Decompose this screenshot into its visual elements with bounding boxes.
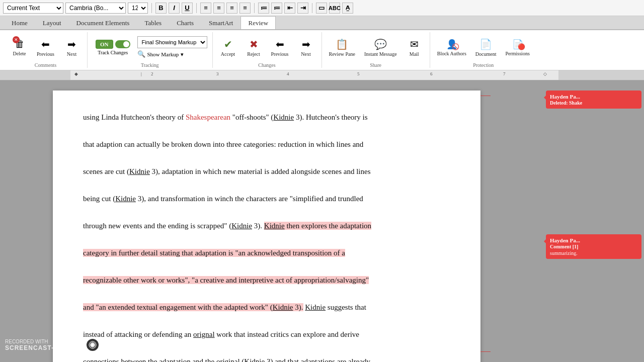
- indent-more-button[interactable]: ⇥: [297, 3, 308, 14]
- accept-button[interactable]: ✔ Accept: [217, 36, 239, 59]
- ruler-marker-1: ◆: [74, 71, 78, 76]
- inserted-text-4: and "an extended textual engagement with…: [83, 303, 303, 311]
- block-authors-icon: 👤 🚫: [446, 38, 457, 50]
- track-changes-badge: ON: [96, 40, 113, 49]
- changes-group-label: Changes: [217, 60, 317, 68]
- previous-comment-button[interactable]: ⬅ Previous: [34, 36, 57, 59]
- next-change-icon: ➡: [302, 38, 310, 50]
- previous-change-icon: ⬅: [276, 38, 284, 50]
- delete-button[interactable]: 🗑 ✕ Delete: [8, 36, 31, 58]
- tab-review[interactable]: Review: [240, 16, 276, 29]
- document-icon: 📄: [479, 38, 492, 50]
- comment-1: Hayden Pa... Deleted: Shake: [546, 90, 641, 109]
- tab-document-elements[interactable]: Document Elements: [69, 16, 137, 29]
- mail-button[interactable]: ✉ Mail: [403, 36, 426, 59]
- comment-2-type: Comment [1]: [550, 244, 637, 249]
- reject-label: Reject: [247, 51, 260, 57]
- ruler: ◆ | 2 3 4 5 6 7 ◇: [0, 70, 644, 80]
- justify-button[interactable]: ≡: [239, 3, 251, 14]
- next-change-button[interactable]: ➡ Next: [295, 36, 317, 59]
- screencast-logo: [86, 338, 100, 352]
- tab-smartart[interactable]: SmartArt: [201, 16, 240, 29]
- ruler-active-area: [70, 70, 558, 80]
- bold-button[interactable]: B: [155, 3, 167, 14]
- divider: [254, 3, 255, 13]
- inserted-text-1: Kidnie then explores the adaptation: [264, 222, 371, 230]
- watermark-label2: SCREENCAST-O-MATIC: [5, 344, 83, 351]
- comment-bubble-2[interactable]: Hayden Pa... Comment [1] summarizing.: [546, 234, 641, 259]
- inserted-text-2: category in further detail stating that …: [83, 249, 345, 257]
- underline-button[interactable]: U: [182, 3, 193, 14]
- tab-home[interactable]: Home: [4, 16, 35, 29]
- list-ordered-button[interactable]: ≔: [258, 3, 269, 14]
- ruler-marker-2: |: [141, 71, 142, 76]
- comment-bubble-1[interactable]: Hayden Pa... Deleted: Shake: [546, 90, 641, 109]
- show-markup-button[interactable]: Show Markup: [147, 51, 179, 57]
- divider: [196, 3, 197, 13]
- indent-less-button[interactable]: ⇤: [284, 3, 295, 14]
- tab-layout[interactable]: Layout: [35, 16, 69, 29]
- font-size-select[interactable]: 12: [128, 3, 148, 14]
- italic-button[interactable]: I: [169, 3, 180, 14]
- permissions-button[interactable]: 📄 🔴 Permissions: [502, 36, 532, 58]
- kidnie-ref-2: Kidnie: [129, 167, 150, 175]
- shakespearean-text: Shakespearean: [186, 113, 230, 121]
- abc-button[interactable]: ABC: [329, 3, 340, 14]
- font-type-select[interactable]: Current Text: [3, 3, 63, 14]
- align-right-button[interactable]: ≡: [226, 3, 237, 14]
- svg-point-1: [91, 343, 94, 346]
- instant-message-icon: 💬: [374, 38, 387, 50]
- comment-2-content: summarizing.: [550, 250, 637, 256]
- format-bar: Current Text Cambria (Bo... 12 B I U ≡ ≡…: [0, 0, 644, 16]
- show-markup-arrow[interactable]: ▾: [181, 51, 184, 58]
- text-box-button[interactable]: ▭: [316, 3, 327, 14]
- watermark-text: RECORDED WITH SCREENCAST-O-MATIC: [5, 339, 83, 351]
- font-name-select[interactable]: Cambria (Bo...: [65, 3, 126, 14]
- paragraph-5: through new events and the ending is scr…: [83, 219, 450, 233]
- align-center-button[interactable]: ≡: [213, 3, 224, 14]
- reject-icon: ✖: [250, 38, 258, 50]
- orignal-ref: orignal: [193, 330, 215, 338]
- document-label: Document: [475, 51, 497, 57]
- ruler-label-2: 2: [151, 71, 153, 76]
- permissions-icon: 📄 🔴: [512, 38, 523, 50]
- screencast-icon: [89, 341, 97, 349]
- review-pane-button[interactable]: 📋 Review Pane: [326, 36, 359, 59]
- comment-line-1: [480, 96, 491, 96]
- document-button[interactable]: 📄 Document: [472, 36, 500, 59]
- show-markup-icon: 🔍: [137, 50, 145, 58]
- tab-tables[interactable]: Tables: [137, 16, 169, 29]
- block-authors-button[interactable]: 👤 🚫 Block Authors: [434, 36, 469, 58]
- comments-panel: Hayden Pa... Deleted: Shake Hayden Pa...…: [543, 80, 644, 362]
- tracking-group-label: Tracking: [93, 60, 207, 68]
- mail-label: Mail: [410, 51, 419, 57]
- mail-icon: ✉: [410, 38, 419, 50]
- highlight-button[interactable]: A̲: [342, 3, 353, 14]
- comment-1-type: Deleted: Shake: [550, 100, 637, 106]
- list-unordered-button[interactable]: ≔: [271, 3, 282, 14]
- align-left-button[interactable]: ≡: [200, 3, 211, 14]
- track-changes-button[interactable]: ON Track Changes: [93, 38, 133, 57]
- document-scroll[interactable]: using Linda Hutcheon's theory of Shakesp…: [0, 80, 543, 362]
- comment-2-author: Hayden Pa...: [550, 237, 637, 243]
- reject-button[interactable]: ✖ Reject: [243, 36, 265, 59]
- next-comment-label: Next: [67, 51, 76, 57]
- accept-label: Accept: [221, 51, 235, 57]
- tab-charts[interactable]: Charts: [169, 16, 201, 29]
- next-comment-button[interactable]: ➡ Next: [60, 36, 83, 59]
- kidnie-ref-6: Kidnie: [305, 303, 326, 311]
- instant-message-button[interactable]: 💬 Instant Message: [361, 36, 400, 59]
- show-markup-row: 🔍 Show Markup ▾: [137, 50, 207, 58]
- previous-change-button[interactable]: ⬅ Previous: [268, 36, 292, 59]
- document-text[interactable]: using Linda Hutcheon's theory of Shakesp…: [83, 111, 450, 362]
- divider: [151, 3, 152, 13]
- paragraph-6: category in further detail stating that …: [83, 246, 450, 260]
- share-group-label: Share: [326, 60, 426, 68]
- review-pane-icon: 📋: [336, 38, 348, 50]
- next-comment-icon: ➡: [67, 38, 76, 50]
- markup-dropdown[interactable]: Final Showing Markup: [137, 36, 207, 48]
- accept-icon: ✔: [224, 38, 232, 50]
- comments-group-label: Comments: [8, 60, 83, 68]
- paragraph-9: instead of attacking or defending an ori…: [83, 328, 450, 341]
- watermark-label1: RECORDED WITH: [5, 339, 83, 344]
